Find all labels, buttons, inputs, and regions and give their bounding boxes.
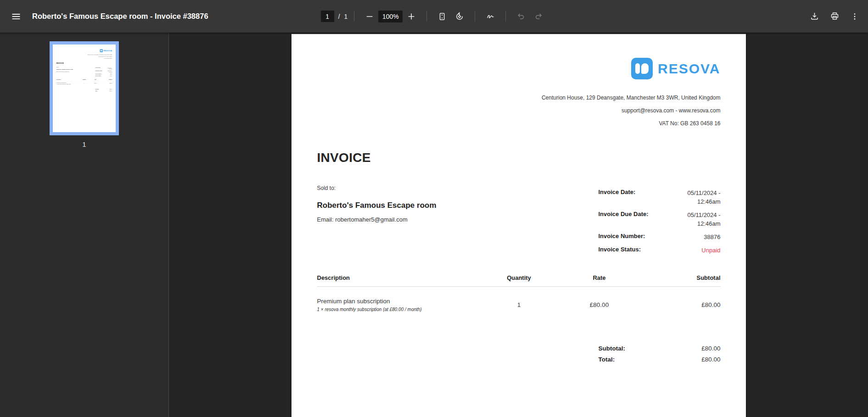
page-number-input[interactable] (321, 11, 334, 22)
total-row: Total: £80.00 (599, 356, 721, 363)
company-logo: RESOVA (631, 58, 720, 79)
page-total: 1 (344, 13, 348, 20)
line-item-row: Premium plan subscription 1 × resova mon… (317, 298, 721, 312)
toolbar-left-group: Roberto's Famous Escape room - Invoice #… (0, 8, 208, 25)
zoom-out-button[interactable] (361, 8, 378, 25)
undo-icon (516, 12, 526, 21)
fit-to-page-button[interactable] (433, 8, 451, 25)
item-note: 1 × resova monthly subscription (at £80.… (317, 307, 485, 312)
sold-to-label: Sold to: (317, 185, 437, 191)
redo-button (530, 8, 547, 25)
invoice-status-badge: Unpaid (701, 246, 720, 255)
print-button[interactable] (826, 8, 843, 25)
rotate-counterclockwise-icon (455, 12, 464, 21)
invoice-due-date-label: Invoice Due Date: (599, 211, 649, 228)
more-options-button[interactable] (846, 8, 863, 25)
menu-button[interactable] (7, 8, 25, 25)
customer-name: Roberto's Famous Escape room (317, 201, 437, 210)
minus-icon (365, 12, 374, 21)
download-button[interactable] (806, 8, 823, 25)
invoice-number-row: Invoice Number: 38876 (599, 233, 721, 241)
viewer-workspace: RESOVA Centurion House, 129 Deansgate, M… (0, 33, 868, 417)
company-logo-text: RESOVA (658, 61, 720, 77)
pdf-viewer-toolbar: Roberto's Famous Escape room - Invoice #… (0, 0, 868, 33)
zoom-in-button[interactable] (403, 8, 420, 25)
thumbnail-sidebar: RESOVA Centurion House, 129 Deansgate, M… (0, 33, 169, 417)
item-description-cell: Premium plan subscription 1 × resova mon… (317, 298, 485, 312)
page-separator: / (338, 13, 340, 20)
company-contact: support@resova.com - www.resova.com (542, 104, 721, 117)
toolbar-divider (426, 11, 427, 22)
toolbar-center-group: / 1 100% (321, 0, 548, 33)
total-value: £80.00 (701, 356, 720, 363)
invoice-number-value: 38876 (704, 233, 720, 241)
toolbar-divider (354, 11, 354, 22)
header-subtotal: Subtotal (645, 274, 721, 281)
item-subtotal: £80.00 (645, 301, 721, 308)
sold-to-block: Sold to: Roberto's Famous Escape room Em… (317, 185, 437, 223)
item-rate: £80.00 (554, 301, 645, 308)
company-address: Centurion House, 129 Deansgate, Manchest… (542, 91, 721, 104)
thumbnail-page-preview: RESOVA Centurion House, 129 Deansgate, M… (53, 44, 116, 132)
totals-block: Subtotal: £80.00 Total: £80.00 (599, 345, 721, 363)
customer-email: Email: robertomaher5@gmail.com (317, 216, 437, 223)
total-label: Total: (599, 356, 615, 363)
hamburger-menu-icon (11, 11, 21, 22)
subtotal-row: Subtotal: £80.00 (599, 345, 721, 352)
invoice-date-value: 05/11/2024 - 12:46am (677, 189, 721, 206)
header-quantity: Quantity (485, 274, 554, 281)
item-description: Premium plan subscription (317, 298, 485, 305)
thumbnail-page-1[interactable]: RESOVA Centurion House, 129 Deansgate, M… (50, 41, 119, 135)
annotate-ink-icon (486, 11, 495, 21)
item-quantity: 1 (485, 301, 554, 308)
invoice-details: Invoice Date: 05/11/2024 - 12:46am Invoi… (599, 189, 721, 255)
header-rate: Rate (554, 274, 645, 281)
invoice-status-row: Invoice Status: Unpaid (599, 246, 721, 255)
invoice-page: RESOVA Centurion House, 129 Deansgate, M… (53, 46, 116, 132)
thumbnail-page-number: 1 (82, 140, 86, 148)
redo-icon (534, 12, 543, 21)
subtotal-value: £80.00 (701, 345, 720, 352)
resova-logo-icon (631, 58, 653, 79)
undo-button (512, 8, 530, 25)
plus-icon (407, 12, 416, 21)
rotate-counterclockwise-button[interactable] (451, 8, 468, 25)
pdf-page-viewport: RESOVA Centurion House, 129 Deansgate, M… (169, 33, 868, 417)
print-icon (830, 11, 840, 21)
toolbar-divider (475, 11, 475, 22)
invoice-status-label: Invoice Status: (599, 246, 641, 255)
zoom-level-input[interactable]: 100% (378, 11, 403, 22)
document-title: Roberto's Famous Escape room - Invoice #… (32, 12, 208, 21)
invoice-date-row: Invoice Date: 05/11/2024 - 12:46am (599, 189, 721, 206)
invoice-number-label: Invoice Number: (599, 233, 645, 241)
company-address-block: Centurion House, 129 Deansgate, Manchest… (542, 91, 721, 130)
line-items-table: Description Quantity Rate Subtotal Premi… (317, 274, 721, 312)
subtotal-label: Subtotal: (599, 345, 626, 352)
invoice-date-label: Invoice Date: (599, 189, 636, 206)
fit-to-page-icon (437, 12, 447, 21)
table-divider (317, 286, 721, 287)
kebab-menu-icon (850, 12, 859, 21)
line-items-header-row: Description Quantity Rate Subtotal (317, 274, 721, 281)
invoice-due-date-value: 05/11/2024 - 12:46am (677, 211, 721, 228)
invoice-heading: INVOICE (317, 150, 371, 165)
download-icon (810, 11, 819, 21)
toolbar-divider (505, 11, 506, 22)
annotate-button[interactable] (482, 8, 499, 25)
company-vat: VAT No: GB 263 0458 16 (542, 117, 721, 130)
toolbar-right-group (806, 0, 863, 33)
invoice-page: RESOVA Centurion House, 129 Deansgate, M… (291, 34, 746, 417)
invoice-due-date-row: Invoice Due Date: 05/11/2024 - 12:46am (599, 211, 721, 228)
header-description: Description (317, 274, 485, 281)
